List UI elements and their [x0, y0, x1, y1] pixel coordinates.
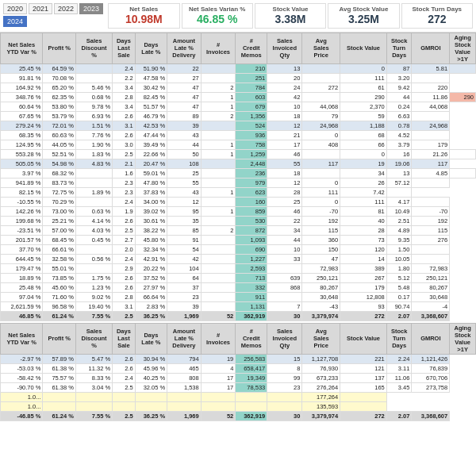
table-cell: 80,267: [302, 282, 340, 292]
table-cell: [201, 244, 236, 254]
table-cell: 3.4: [113, 83, 136, 92]
table-cell: 115: [302, 225, 340, 235]
table-cell: 2.6: [113, 282, 136, 292]
table-row: 201.57 %68.45 %0.45 %2.745.80 %911,09344…: [1, 235, 476, 244]
table-cell: 2.3: [113, 187, 136, 197]
table-cell: 362,919: [236, 311, 267, 321]
table-cell: [201, 401, 236, 411]
year-tab-2023[interactable]: 2023: [79, 3, 103, 14]
table-cell: 332: [236, 282, 267, 292]
table-cell: 99: [267, 373, 302, 382]
table-cell: 52: [201, 311, 236, 321]
year-tab-2020[interactable]: 2020: [3, 3, 27, 14]
table-cell: 73.00 %: [43, 206, 76, 216]
table-cell: 10.05: [386, 254, 412, 263]
table-cell: 201.57 %: [1, 235, 43, 244]
table-cell: 1,538: [167, 382, 202, 392]
table-cell: [267, 401, 302, 411]
table-cell: 4.89: [386, 225, 412, 235]
table-cell: 24,968: [412, 121, 450, 130]
table-cell: 111: [302, 187, 340, 197]
kpi-net-sales-value: 10.98M: [125, 13, 163, 26]
table-cell: 20.47 %: [135, 159, 167, 168]
table-cell: 2.6: [113, 216, 136, 225]
table-cell: 50: [167, 149, 202, 159]
table-cell: 18: [267, 168, 302, 178]
table-cell: 13: [386, 168, 412, 178]
table-row: 18.89 %73.85 %1.75 %2.637.52 %6471363925…: [1, 273, 476, 282]
table-cell: 90.74: [386, 301, 412, 311]
col-gmroi: GMROI: [412, 33, 450, 63]
table-cell: 7: [267, 301, 302, 311]
table-row: 67.65 %53.79 %6.93 %2.646.79 %8921,35618…: [1, 111, 476, 121]
table-cell: 28: [267, 187, 302, 197]
table-row: 553.28 %52.51 %1.83 %2.522.66 %5011,2594…: [1, 149, 476, 159]
table-cell: [302, 63, 340, 73]
table-cell: -58.42 %: [1, 373, 43, 382]
table-cell: 679: [236, 102, 267, 111]
table-cell: 20.22 %: [135, 263, 167, 273]
table-cell: [201, 159, 236, 168]
table-cell: [412, 244, 450, 254]
table-cell: 54: [167, 244, 202, 254]
table-cell: 19.06: [386, 159, 412, 168]
table-cell: 87: [386, 63, 412, 73]
table-cell: 362,919: [236, 411, 267, 420]
table-cell: [412, 254, 450, 263]
kpi-bar: 2020 2021 2022 2023 2024 Net Sales 10.98…: [0, 0, 476, 33]
table-row: 60.64 %53.80 %9.78 %3.451.57 %4716791044…: [1, 102, 476, 111]
table-cell: 25.48 %: [1, 282, 43, 292]
table-cell: 2.0: [113, 244, 136, 254]
table-row: 37.70 %66.61 %2.032.34 %54690101501201.5…: [1, 244, 476, 254]
table-row: 97.04 %71.60 %9.02 %2.866.64 %2391130,64…: [1, 292, 476, 301]
table-cell: 0: [302, 178, 340, 187]
table-cell: 12,808: [340, 292, 387, 301]
table-cell: 2,593: [236, 263, 267, 273]
table-cell: [236, 401, 267, 411]
year-tab-2024[interactable]: 2024: [3, 16, 27, 27]
col2-avg-sales-price: AvgSalesPrice: [302, 323, 340, 354]
table-cell: 66.64 %: [135, 292, 167, 301]
table-cell: 34: [267, 225, 302, 235]
table-cell: [201, 254, 236, 263]
col2-days-late: DaysLate %: [135, 323, 167, 354]
table-cell: 192: [302, 216, 340, 225]
table-cell: 360: [302, 235, 340, 244]
table-row: -53.03 %61.38 %11.32 %2.645.96 %4654658,…: [1, 363, 476, 373]
main-container: 2020 2021 2022 2023 2024 Net Sales 10.98…: [0, 0, 476, 476]
table-cell: 276,264: [302, 382, 340, 392]
table-cell: 71.60 %: [43, 292, 76, 301]
table-cell: 1,259: [236, 149, 267, 159]
table-cell: 30.42 %: [135, 83, 167, 92]
table-cell: 62.35 %: [43, 92, 76, 102]
table-cell: [201, 73, 236, 83]
year-tab-2021[interactable]: 2021: [29, 3, 52, 14]
table-cell: [201, 168, 236, 178]
table-cell: 76,839: [412, 363, 450, 373]
table-cell: 25: [267, 197, 302, 206]
table-cell: 108: [167, 159, 202, 168]
table-cell: 150: [302, 244, 340, 254]
table-cell: 1,356: [236, 111, 267, 121]
table-cell: 36.25 %: [135, 311, 167, 321]
year-tab-2022[interactable]: 2022: [54, 3, 78, 14]
table-cell: 4.83 %: [75, 159, 112, 168]
table-cell: 2.5: [113, 225, 136, 235]
table-cell: 55: [167, 178, 202, 187]
table-cell: 3.04 %: [75, 382, 112, 392]
table2-header: Net SalesYTD Var % Profit % SalesDiscoun…: [1, 323, 476, 354]
table-cell: 18.89 %: [1, 273, 43, 282]
table-row: 82.15 %72.75 %1.89 %2.337.83 %4316232811…: [1, 187, 476, 197]
table-cell: 104: [167, 263, 202, 273]
table-cell: 2,448: [236, 159, 267, 168]
table-cell: 22: [267, 216, 302, 225]
table-cell: 2.6: [113, 273, 136, 282]
table-cell: [75, 63, 112, 73]
table-cell: 0: [302, 197, 340, 206]
table-cell: 44.05 %: [43, 140, 76, 149]
table-cell: 25: [167, 168, 202, 178]
table-cell: 80,267: [412, 282, 450, 292]
table-cell: 81: [340, 206, 387, 216]
table-cell: 47: [167, 92, 202, 102]
table-cell: 0.56 %: [75, 254, 112, 263]
